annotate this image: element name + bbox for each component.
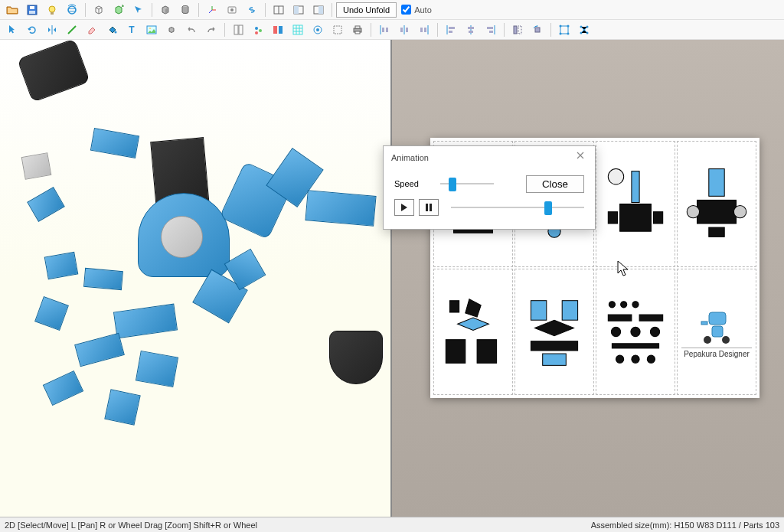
svg-point-74: [608, 169, 623, 184]
svg-rect-98: [612, 344, 658, 348]
papercraft-page-7[interactable]: [596, 269, 675, 395]
paint-bucket-icon[interactable]: [103, 21, 121, 38]
logo-label: Pepakura Designer: [681, 348, 752, 358]
svg-point-99: [616, 355, 624, 363]
dist-h-left-icon[interactable]: [375, 21, 394, 38]
dist-h-center-icon[interactable]: [395, 21, 413, 38]
svg-rect-1: [30, 6, 34, 9]
toolbar-row-2: T: [0, 20, 784, 40]
svg-point-20: [149, 28, 151, 29]
pane-2d-view[interactable]: Pepakura Designer: [392, 40, 784, 517]
svg-rect-37: [386, 28, 388, 32]
animation-dialog[interactable]: Animation Speed Close: [383, 145, 596, 230]
close-button[interactable]: Close: [526, 175, 584, 193]
panel-single-icon[interactable]: [289, 2, 308, 18]
progress-slider[interactable]: [451, 201, 584, 214]
align-left-icon[interactable]: [442, 21, 460, 38]
separator: [85, 3, 86, 17]
world-rotate-icon[interactable]: [63, 2, 81, 18]
separator: [437, 23, 438, 37]
svg-point-104: [704, 336, 711, 344]
cube-arrow-icon[interactable]: [109, 2, 128, 18]
papercraft-page-3[interactable]: [596, 141, 675, 267]
align-right-icon[interactable]: [482, 21, 500, 38]
svg-point-24: [259, 29, 262, 32]
cube-mini-icon[interactable]: [162, 21, 181, 38]
svg-rect-13: [294, 6, 299, 14]
svg-rect-94: [639, 315, 663, 321]
cube-solid-icon[interactable]: [156, 2, 175, 18]
page-layout-icon[interactable]: [229, 21, 247, 38]
auto-checkbox-input[interactable]: [401, 5, 411, 15]
separator: [332, 3, 332, 17]
papercraft-page-6[interactable]: [514, 269, 594, 395]
pane-3d-view[interactable]: [0, 40, 392, 517]
svg-rect-55: [535, 28, 540, 32]
svg-rect-45: [449, 27, 455, 29]
align-center-icon[interactable]: [462, 21, 480, 38]
network-icon[interactable]: [575, 21, 593, 38]
save-icon[interactable]: [23, 2, 41, 18]
svg-rect-33: [355, 26, 360, 28]
svg-point-9: [230, 8, 234, 11]
svg-rect-51: [487, 27, 493, 29]
folder-open-icon[interactable]: [3, 2, 21, 18]
flip-h-icon[interactable]: [43, 21, 61, 38]
papercraft-page-4[interactable]: [677, 141, 756, 267]
rotate-left-icon[interactable]: [528, 21, 547, 38]
progress-slider-thumb[interactable]: [544, 201, 552, 215]
svg-rect-48: [468, 27, 474, 29]
svg-rect-75: [632, 171, 639, 203]
cylinder-icon[interactable]: [176, 2, 194, 18]
pause-button[interactable]: [419, 199, 439, 216]
papercraft-page-logo: Pepakura Designer: [677, 269, 756, 395]
play-button[interactable]: [394, 199, 414, 216]
redo-icon[interactable]: [202, 21, 220, 38]
flip-object-icon[interactable]: [508, 21, 527, 38]
lightbulb-icon[interactable]: [43, 2, 61, 18]
eraser-icon[interactable]: [83, 21, 101, 38]
undo-icon[interactable]: [182, 21, 201, 38]
grid-cyan-icon[interactable]: [289, 21, 307, 38]
image-icon[interactable]: [142, 21, 161, 38]
link-icon[interactable]: [243, 2, 261, 18]
edit-line-icon[interactable]: [63, 21, 81, 38]
dotted-box-icon[interactable]: [328, 21, 347, 38]
auto-checkbox[interactable]: Auto: [401, 5, 432, 15]
svg-point-82: [733, 206, 746, 218]
axes-icon[interactable]: [203, 2, 221, 18]
svg-rect-42: [420, 28, 423, 32]
svg-text:T: T: [129, 24, 135, 35]
svg-rect-102: [709, 312, 726, 325]
panel-single2-icon[interactable]: [309, 2, 328, 18]
dialog-titlebar[interactable]: Animation: [384, 146, 595, 168]
text-t-icon[interactable]: T: [122, 21, 141, 38]
svg-rect-87: [562, 301, 577, 321]
print-icon[interactable]: [348, 21, 367, 38]
cursor-icon[interactable]: [3, 21, 21, 38]
rotate-icon[interactable]: [23, 21, 41, 38]
speed-slider[interactable]: [440, 178, 494, 190]
effects-icon[interactable]: [249, 21, 267, 38]
svg-point-30: [316, 28, 319, 31]
close-icon[interactable]: [573, 151, 587, 165]
object-icon[interactable]: [223, 2, 241, 18]
undo-unfold-button[interactable]: Undo Unfold: [336, 2, 397, 18]
svg-point-95: [611, 327, 620, 336]
dialog-title-text: Animation: [391, 153, 429, 162]
svg-rect-28: [293, 25, 302, 34]
cube-wire-icon[interactable]: [90, 2, 108, 18]
status-bar: 2D [Select/Move] L [Pan] R or Wheel Drag…: [0, 517, 784, 532]
arrow-pick-icon[interactable]: [129, 2, 148, 18]
dist-h-right-icon[interactable]: [415, 21, 433, 38]
panel-split-icon[interactable]: [270, 2, 288, 18]
papercraft-page-5[interactable]: [433, 269, 513, 395]
bounds-icon[interactable]: [555, 21, 573, 38]
svg-point-23: [255, 27, 258, 30]
svg-point-17: [115, 31, 117, 33]
align-panel-icon[interactable]: [269, 21, 287, 38]
svg-rect-31: [334, 26, 341, 34]
separator: [152, 3, 152, 17]
speed-slider-thumb[interactable]: [449, 178, 456, 191]
target-icon[interactable]: [309, 21, 327, 38]
